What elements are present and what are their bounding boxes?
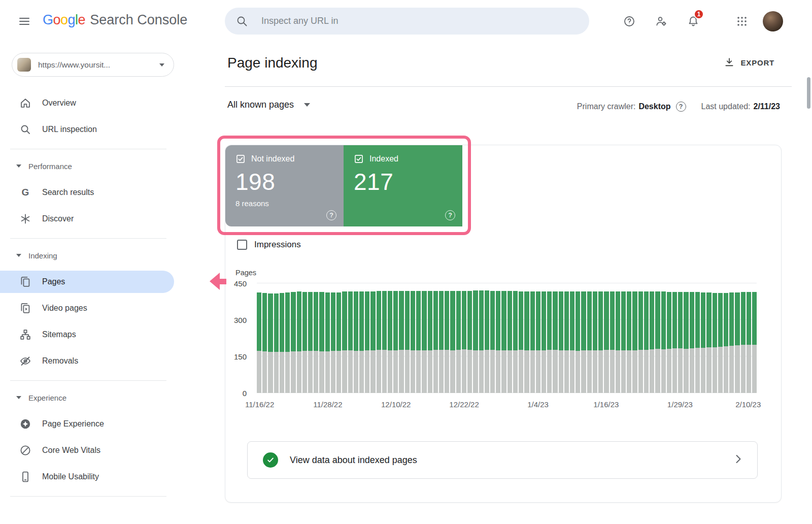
chart-bar[interactable] — [547, 283, 552, 393]
known-pages-filter[interactable]: All known pages — [227, 100, 310, 110]
property-selector[interactable]: https://www.yoursit... — [12, 53, 174, 77]
chart-bar[interactable] — [706, 283, 711, 393]
chart-bar[interactable] — [342, 283, 347, 393]
chart-bar[interactable] — [331, 283, 335, 393]
chart-bar[interactable] — [467, 283, 472, 393]
chart-bar[interactable] — [445, 283, 449, 393]
chart-bar[interactable] — [370, 283, 375, 393]
chart-bar[interactable] — [280, 283, 284, 393]
chart-bar[interactable] — [684, 283, 688, 393]
chart-bar[interactable] — [388, 283, 392, 393]
chart-bar[interactable] — [490, 283, 495, 393]
chart-bar[interactable] — [377, 283, 381, 393]
chart-bar[interactable] — [262, 283, 267, 393]
chart-bar[interactable] — [559, 283, 563, 393]
sidebar-item-core-web-vitals[interactable]: Core Web Vitals — [0, 439, 216, 462]
chart-bar[interactable] — [695, 283, 700, 393]
scrollbar-thumb[interactable] — [807, 77, 810, 109]
chart-bar[interactable] — [405, 283, 410, 393]
chart-bar[interactable] — [359, 283, 364, 393]
chart-bar[interactable] — [297, 283, 301, 393]
chart-bar[interactable] — [632, 283, 637, 393]
chart-bar[interactable] — [564, 283, 569, 393]
chart-bar[interactable] — [513, 283, 518, 393]
chart-bar[interactable] — [524, 283, 529, 393]
chart-bar[interactable] — [422, 283, 426, 393]
sidebar-section-experience[interactable]: Experience — [0, 386, 216, 409]
chart-bar[interactable] — [718, 283, 723, 393]
chart-bar[interactable] — [570, 283, 574, 393]
sidebar-item-sitemaps[interactable]: Sitemaps — [0, 323, 216, 346]
avatar[interactable] — [763, 11, 783, 31]
chart-bar[interactable] — [542, 283, 546, 393]
chart-bar[interactable] — [638, 283, 643, 393]
help-icon[interactable]: ? — [445, 210, 455, 220]
notifications-icon[interactable]: 1 — [683, 11, 703, 31]
chart-bar[interactable] — [553, 283, 557, 393]
chart-bar[interactable] — [536, 283, 540, 393]
chart-bar[interactable] — [439, 283, 444, 393]
sidebar-item-overview[interactable]: Overview — [0, 92, 216, 114]
apps-grid-icon[interactable] — [732, 11, 752, 31]
url-inspect-searchbar[interactable] — [225, 8, 589, 35]
chart-bar[interactable] — [581, 283, 586, 393]
chart-bar[interactable] — [399, 283, 403, 393]
chart-bar[interactable] — [690, 283, 694, 393]
chart-bar[interactable] — [496, 283, 500, 393]
chart-bar[interactable] — [257, 283, 261, 393]
chart-bar[interactable] — [661, 283, 666, 393]
chart-bar[interactable] — [462, 283, 466, 393]
chart-bar[interactable] — [314, 283, 318, 393]
sidebar-item-discover[interactable]: Discover — [0, 208, 216, 230]
chart-bar[interactable] — [485, 283, 489, 393]
chart-bar[interactable] — [678, 283, 683, 393]
chart-bar[interactable] — [274, 283, 279, 393]
sidebar-item-search-results[interactable]: G Search results — [0, 181, 216, 204]
chart-bar[interactable] — [530, 283, 535, 393]
help-icon[interactable] — [619, 11, 639, 31]
chart-bar[interactable] — [644, 283, 649, 393]
chart-bar[interactable] — [319, 283, 324, 393]
chart-bar[interactable] — [735, 283, 739, 393]
chart-bar[interactable] — [627, 283, 631, 393]
sidebar-item-removals[interactable]: Removals — [0, 350, 216, 372]
chart-bar[interactable] — [598, 283, 603, 393]
chart-bar[interactable] — [507, 283, 512, 393]
sidebar-item-video-pages[interactable]: Video pages — [0, 297, 216, 319]
chart-bar[interactable] — [393, 283, 398, 393]
sidebar-item-mobile-usability[interactable]: Mobile Usability — [0, 466, 216, 488]
chart-bar[interactable] — [610, 283, 615, 393]
chart-bar[interactable] — [519, 283, 523, 393]
menu-icon[interactable] — [14, 11, 35, 31]
chart-bar[interactable] — [285, 283, 290, 393]
chart-bar[interactable] — [428, 283, 432, 393]
chart-bar[interactable] — [604, 283, 608, 393]
chart-bar[interactable] — [667, 283, 671, 393]
chart-bar[interactable] — [741, 283, 746, 393]
chart-bar[interactable] — [416, 283, 421, 393]
chart-bar[interactable] — [752, 283, 757, 393]
chart-bar[interactable] — [724, 283, 728, 393]
chart-bar[interactable] — [348, 283, 353, 393]
indexed-card[interactable]: Indexed 217 ? — [344, 145, 462, 226]
chart-bar[interactable] — [747, 283, 751, 393]
sidebar-section-indexing[interactable]: Indexing — [0, 244, 216, 267]
chart-bar[interactable] — [382, 283, 387, 393]
chart-bar[interactable] — [593, 283, 597, 393]
chart-bar[interactable] — [713, 283, 717, 393]
chart-bar[interactable] — [621, 283, 626, 393]
chart-bar[interactable] — [354, 283, 358, 393]
chart-bar[interactable] — [479, 283, 484, 393]
chart-bar[interactable] — [268, 283, 273, 393]
impressions-checkbox[interactable] — [237, 240, 247, 250]
chart-bar[interactable] — [308, 283, 313, 393]
not-indexed-card[interactable]: Not indexed 198 8 reasons ? — [225, 145, 344, 226]
chart-bar[interactable] — [655, 283, 660, 393]
chart-bar[interactable] — [365, 283, 369, 393]
user-settings-icon[interactable] — [651, 11, 671, 31]
chart-bar[interactable] — [729, 283, 734, 393]
chart-bar[interactable] — [302, 283, 307, 393]
chart-bar[interactable] — [473, 283, 478, 393]
chart-bar[interactable] — [587, 283, 592, 393]
view-indexed-data-link[interactable]: View data about indexed pages — [247, 441, 758, 479]
